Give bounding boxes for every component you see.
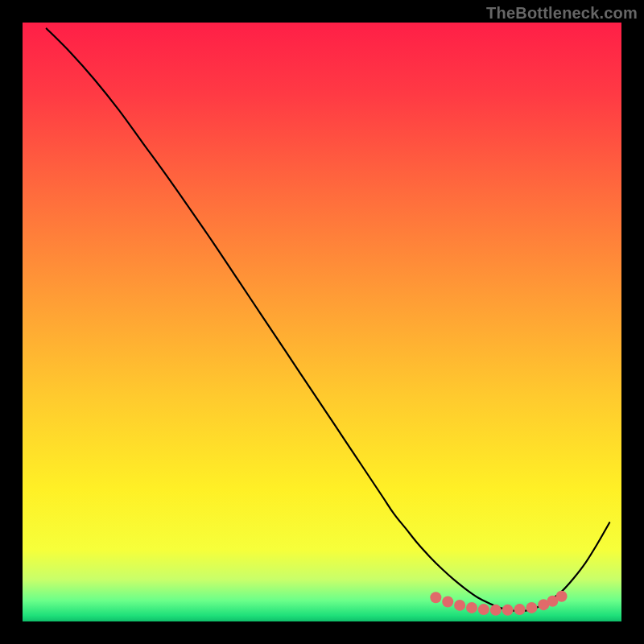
optimal-dot	[502, 605, 514, 616]
optimal-dot	[466, 602, 477, 613]
optimal-dot	[526, 602, 537, 613]
chart-frame: TheBottleneck.com	[0, 0, 644, 644]
optimal-dot	[442, 596, 453, 607]
optimal-dot	[478, 604, 489, 615]
bottleneck-chart	[0, 0, 644, 644]
optimal-dot	[490, 605, 502, 616]
optimal-dot	[454, 600, 465, 611]
watermark-text: TheBottleneck.com	[486, 4, 638, 23]
optimal-dot	[430, 592, 441, 603]
optimal-dot	[556, 591, 568, 602]
optimal-dot	[514, 604, 526, 615]
plot-background	[23, 23, 621, 621]
